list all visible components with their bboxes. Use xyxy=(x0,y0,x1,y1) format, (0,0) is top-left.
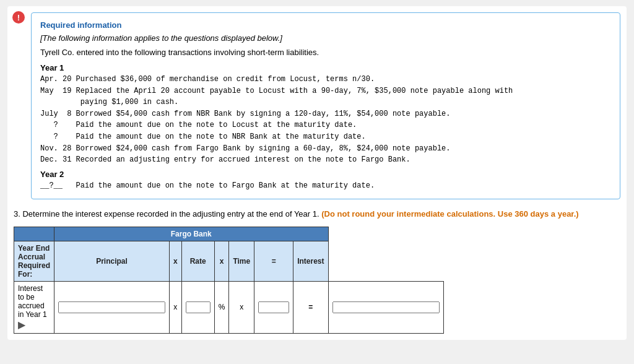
row1-arrow: ▶ xyxy=(18,319,25,330)
info-box: Required information [The following info… xyxy=(31,12,620,199)
intro-text: Tyrell Co. entered into the following tr… xyxy=(40,48,611,57)
row1-rate-cell[interactable] xyxy=(181,281,214,333)
row1-x2-cell: x xyxy=(229,281,254,333)
italic-info-text: [The following information applies to th… xyxy=(40,33,611,43)
main-container: ! Required information [The following in… xyxy=(7,6,627,340)
table-container: Fargo Bank Year End Accrual Required For… xyxy=(14,227,620,334)
question-number: 3. xyxy=(14,209,20,219)
year1-heading: Year 1 xyxy=(40,63,611,72)
row1-label: Interest to be accrued in Year 1 ▶ xyxy=(14,281,54,333)
interest-input[interactable] xyxy=(332,301,440,313)
row1-percent-cell: % xyxy=(214,281,229,333)
table-header-row-1: Fargo Bank xyxy=(14,227,444,241)
row1-equals-cell: = xyxy=(293,281,328,333)
accrual-table: Fargo Bank Year End Accrual Required For… xyxy=(14,227,444,334)
row1-principal-cell[interactable] xyxy=(54,281,170,333)
time-input[interactable] xyxy=(258,301,289,313)
row1-x1-cell: x xyxy=(170,281,182,333)
year-end-accrual-header: Year End Accrual Required For: xyxy=(14,241,54,281)
col1-header xyxy=(14,227,54,241)
question-bold: (Do not round your intermediate calculat… xyxy=(321,209,578,219)
year1-transactions: Apr. 20 Purchased $36,000 of merchandise… xyxy=(40,74,611,166)
row1-time-cell[interactable] xyxy=(254,281,293,333)
principal-input[interactable] xyxy=(58,301,165,313)
table-row: Interest to be accrued in Year 1 ▶ x % x xyxy=(14,281,444,333)
question-section: 3. Determine the interest expense record… xyxy=(14,208,620,334)
time-header: Time xyxy=(229,241,254,281)
year2-transactions: __?__ Paid the amount due on the note to… xyxy=(40,180,611,192)
alert-icon: ! xyxy=(12,11,25,24)
equals-header: = xyxy=(254,241,293,281)
table-header-row-2: Year End Accrual Required For: Principal… xyxy=(14,241,444,281)
year2-heading: Year 2 xyxy=(40,170,611,179)
row1-interest-cell[interactable] xyxy=(328,281,443,333)
principal-header: Principal xyxy=(54,241,170,281)
interest-header: Interest xyxy=(293,241,328,281)
question-text: 3. Determine the interest expense record… xyxy=(14,208,620,220)
rate-header: Rate xyxy=(181,241,214,281)
required-info-label: Required information xyxy=(40,20,611,30)
x2-header: x xyxy=(214,241,229,281)
rate-input[interactable] xyxy=(186,301,211,313)
x1-header: x xyxy=(170,241,182,281)
fargo-bank-header: Fargo Bank xyxy=(54,227,329,241)
question-body: Determine the interest expense recorded … xyxy=(22,209,319,219)
